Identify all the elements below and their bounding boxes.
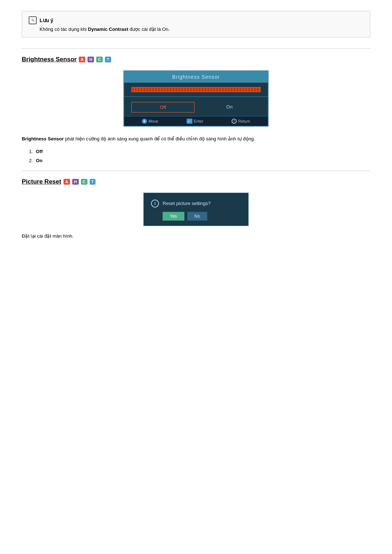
osd-titlebar: Brightness Sensor <box>124 71 268 83</box>
nav-enter-label: Enter <box>194 119 203 123</box>
list-label-on: On <box>36 158 42 163</box>
badge-a: A <box>79 57 85 62</box>
osd-nav-enter: ↵ Enter <box>187 119 203 124</box>
reset-buttons-row: Yes No <box>151 212 207 221</box>
brightness-osd-container: Brightness Sensor Off On ◆ Move ↵ Enter … <box>22 70 370 127</box>
osd-options-row: Off On <box>124 98 268 116</box>
reset-badge-h: H <box>72 179 79 185</box>
osd-nav-move: ◆ Move <box>142 119 158 124</box>
note-body: Không có tác dụng khi Dynamic Contrast đ… <box>29 26 363 32</box>
osd-separator <box>124 97 268 97</box>
reset-badge-a: A <box>64 179 70 185</box>
reset-dialog-title-row: i Reset picture settings? <box>151 200 211 208</box>
note-title: Lưu ý <box>40 17 53 23</box>
reset-dialog: i Reset picture settings? Yes No <box>143 193 249 226</box>
osd-option-on[interactable]: On <box>198 102 261 112</box>
reset-yes-button[interactable]: Yes <box>163 212 184 221</box>
reset-badge-t: T <box>90 179 96 185</box>
osd-nav-row: ◆ Move ↵ Enter ↺ Return <box>124 116 268 126</box>
divider-top <box>22 48 370 49</box>
reset-caption: Đặt lại cài đặt màn hình. <box>22 233 370 239</box>
description-text: phát hiện cường độ ánh sáng xung quanh đ… <box>64 136 255 141</box>
picture-reset-title: Picture Reset <box>22 178 61 185</box>
picture-reset-heading: Picture Reset A H C T <box>22 178 370 185</box>
note-title-row: ✎ Lưu ý <box>29 16 363 24</box>
reset-info-icon: i <box>151 200 159 208</box>
note-body-prefix: Không có tác dụng khi <box>40 26 88 32</box>
note-box: ✎ Lưu ý Không có tác dụng khi Dynamic Co… <box>22 11 370 37</box>
list-item-off: 1. Off <box>29 149 370 154</box>
reset-badge-c: C <box>81 179 87 185</box>
note-body-bold: Dynamic Contrast <box>88 26 128 32</box>
list-item-on: 2. On <box>29 158 370 163</box>
brightness-sensor-heading: Brightness Sensor A H C T <box>22 56 370 63</box>
reset-dialog-text: Reset picture settings? <box>163 201 211 206</box>
osd-progress-row <box>124 83 268 95</box>
osd-progress-bar <box>131 87 261 92</box>
description-bold: Brightness Sensor <box>22 136 64 141</box>
list-label-off: Off <box>36 149 43 154</box>
osd-progress-inner <box>132 87 260 92</box>
return-icon: ↺ <box>232 119 237 124</box>
osd-option-off[interactable]: Off <box>131 102 195 112</box>
note-body-suffix: được cài đặt là On. <box>128 26 170 32</box>
osd-nav-return: ↺ Return <box>232 119 250 124</box>
nav-return-label: Return <box>238 119 250 123</box>
badge-h: H <box>87 57 94 62</box>
brightness-list: 1. Off 2. On <box>22 149 370 163</box>
nav-move-label: Move <box>148 119 158 123</box>
enter-icon: ↵ <box>187 119 192 124</box>
badge-t: T <box>105 57 111 62</box>
reset-no-button[interactable]: No <box>187 212 207 221</box>
brightness-description: Brightness Sensor phát hiện cường độ ánh… <box>22 135 370 143</box>
move-icon: ◆ <box>142 119 147 124</box>
list-num-1: 1. <box>29 149 33 154</box>
badge-c: C <box>96 57 103 62</box>
divider-middle <box>22 171 370 171</box>
list-num-2: 2. <box>29 158 33 163</box>
brightness-osd-screen: Brightness Sensor Off On ◆ Move ↵ Enter … <box>123 70 269 127</box>
note-icon: ✎ <box>29 16 37 24</box>
reset-dialog-container: i Reset picture settings? Yes No <box>22 193 370 226</box>
brightness-sensor-title: Brightness Sensor <box>22 56 77 63</box>
